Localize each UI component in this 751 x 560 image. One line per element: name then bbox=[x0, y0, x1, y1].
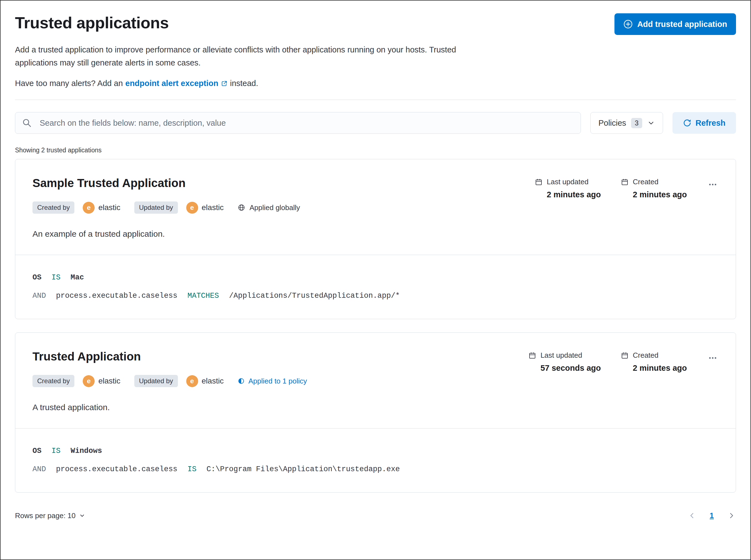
condition-line: OS IS Mac bbox=[33, 273, 718, 282]
results-count: Showing 2 trusted applications bbox=[15, 146, 736, 154]
chevron-left-icon bbox=[689, 512, 696, 519]
updated-by-badge: Updated by bbox=[134, 201, 178, 214]
card-badge-row: Created by e elastic Updated by e elasti… bbox=[33, 201, 300, 214]
card-top: Sample Trusted Application Created by e … bbox=[15, 159, 736, 255]
created-value: 2 minutes ago bbox=[633, 363, 687, 373]
updated-by-user: elastic bbox=[202, 377, 224, 385]
condition-field: OS bbox=[33, 447, 41, 455]
card-title: Trusted Application bbox=[33, 350, 307, 363]
header-divider bbox=[15, 100, 736, 100]
scope-text: Applied globally bbox=[250, 203, 300, 212]
refresh-button[interactable]: Refresh bbox=[672, 112, 736, 134]
last-updated-label: Last updated bbox=[547, 178, 588, 186]
trusted-applications-page: Trusted applications Add trusted applica… bbox=[0, 0, 751, 560]
table-footer: Rows per page: 10 1 bbox=[15, 511, 736, 520]
created-value: 2 minutes ago bbox=[633, 190, 687, 199]
page-description: Add a trusted application to improve per… bbox=[15, 43, 462, 69]
created-by-user: elastic bbox=[98, 203, 120, 212]
card-title: Sample Trusted Application bbox=[33, 177, 300, 190]
search-input[interactable] bbox=[15, 112, 581, 134]
page-header: Trusted applications Add trusted applica… bbox=[15, 13, 736, 35]
card-meta: Last updated 57 seconds ago Created bbox=[529, 350, 718, 373]
page-title: Trusted applications bbox=[15, 13, 169, 32]
card-description: An example of a trusted application. bbox=[33, 229, 300, 239]
chevron-down-icon bbox=[79, 513, 85, 519]
condition-conjunction: AND bbox=[33, 465, 46, 474]
condition-field: process.executable.caseless bbox=[56, 292, 177, 300]
last-updated-value: 57 seconds ago bbox=[540, 363, 601, 373]
controls-row: Policies 3 Refresh bbox=[15, 112, 736, 134]
created-label: Created bbox=[633, 351, 658, 360]
condition-operator: IS bbox=[52, 447, 60, 455]
policies-filter-button[interactable]: Policies 3 bbox=[590, 112, 663, 134]
rows-per-page-label: Rows per page: 10 bbox=[15, 512, 76, 520]
trusted-app-card-sample: Sample Trusted Application Created by e … bbox=[15, 159, 736, 319]
last-updated-block: Last updated 2 minutes ago bbox=[535, 178, 601, 199]
created-by-badge: Created by bbox=[33, 201, 74, 214]
page-number-current[interactable]: 1 bbox=[710, 512, 714, 520]
created-by-badge: Created by bbox=[33, 375, 74, 387]
calendar-icon bbox=[621, 178, 629, 186]
endpoint-alert-exception-link[interactable]: endpoint alert exception bbox=[125, 79, 228, 88]
updated-by-avatar: e bbox=[186, 202, 198, 214]
created-block: Created 2 minutes ago bbox=[621, 351, 687, 373]
condition-conjunction: AND bbox=[33, 292, 46, 300]
last-updated-label: Last updated bbox=[540, 351, 582, 360]
refresh-icon bbox=[683, 119, 691, 127]
condition-operator: IS bbox=[187, 465, 197, 474]
search-icon bbox=[22, 118, 32, 128]
plus-in-circle-icon bbox=[623, 19, 633, 29]
calendar-icon bbox=[529, 352, 536, 359]
pagination: 1 bbox=[688, 511, 736, 520]
condition-value: C:\Program Files\Application\trustedapp.… bbox=[206, 465, 400, 474]
condition-field: OS bbox=[33, 273, 41, 282]
boxes-horizontal-icon bbox=[709, 180, 717, 189]
created-by-avatar: e bbox=[83, 375, 95, 387]
calendar-icon bbox=[621, 352, 629, 359]
card-actions-menu-button[interactable] bbox=[707, 351, 718, 365]
scope-text: Applied to 1 policy bbox=[249, 377, 307, 385]
created-block: Created 2 minutes ago bbox=[621, 178, 687, 199]
alerts-hint-suffix: instead. bbox=[230, 79, 258, 88]
card-badge-row: Created by e elastic Updated by e elasti… bbox=[33, 375, 307, 387]
next-page-button[interactable] bbox=[727, 511, 736, 520]
boxes-horizontal-icon bbox=[709, 354, 717, 362]
card-meta: Last updated 2 minutes ago Created bbox=[535, 177, 718, 199]
alerts-hint-prefix: Have too many alerts? Add an bbox=[15, 79, 123, 88]
previous-page-button[interactable] bbox=[688, 511, 697, 520]
last-updated-block: Last updated 57 seconds ago bbox=[529, 351, 601, 373]
condition-value: /Applications/TrustedApplication.app/* bbox=[229, 292, 400, 300]
policies-filter-label: Policies bbox=[598, 119, 626, 128]
globe-icon bbox=[238, 204, 245, 212]
condition-value: Windows bbox=[71, 447, 102, 455]
last-updated-value: 2 minutes ago bbox=[547, 190, 601, 199]
policies-count-badge: 3 bbox=[631, 118, 642, 128]
alerts-hint: Have too many alerts? Add an endpoint al… bbox=[15, 79, 736, 88]
add-button-label: Add trusted application bbox=[637, 20, 727, 29]
refresh-label: Refresh bbox=[695, 119, 726, 128]
card-conditions: OS IS Windows AND process.executable.cas… bbox=[15, 428, 736, 492]
created-by-avatar: e bbox=[83, 202, 95, 214]
condition-operator: IS bbox=[52, 273, 60, 282]
created-by-user: elastic bbox=[98, 377, 120, 385]
condition-line: OS IS Windows bbox=[33, 447, 718, 455]
chevron-right-icon bbox=[728, 512, 735, 519]
condition-line: AND process.executable.caseless MATCHES … bbox=[33, 292, 718, 300]
condition-field: process.executable.caseless bbox=[56, 465, 177, 474]
updated-by-badge: Updated by bbox=[134, 375, 178, 387]
rows-per-page-button[interactable]: Rows per page: 10 bbox=[15, 512, 85, 520]
card-top: Trusted Application Created by e elastic… bbox=[15, 333, 736, 428]
external-link-icon bbox=[221, 80, 228, 87]
card-conditions: OS IS Mac AND process.executable.caseles… bbox=[15, 255, 736, 319]
applied-globally-label: Applied globally bbox=[238, 203, 300, 212]
condition-value: Mac bbox=[71, 273, 84, 282]
updated-by-avatar: e bbox=[186, 375, 198, 387]
created-label: Created bbox=[633, 178, 658, 186]
card-actions-menu-button[interactable] bbox=[707, 178, 718, 192]
updated-by-user: elastic bbox=[202, 203, 224, 212]
endpoint-alert-exception-label: endpoint alert exception bbox=[125, 79, 218, 88]
applied-policies-link[interactable]: Applied to 1 policy bbox=[238, 377, 307, 385]
trusted-applications-list: Sample Trusted Application Created by e … bbox=[15, 159, 736, 493]
add-trusted-application-button[interactable]: Add trusted application bbox=[614, 13, 736, 35]
chevron-down-icon bbox=[647, 119, 655, 127]
